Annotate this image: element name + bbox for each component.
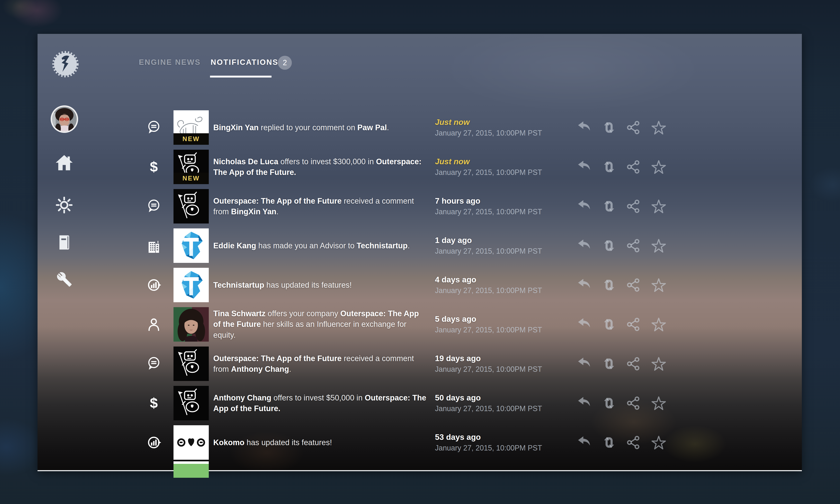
new-badge: NEW <box>174 173 209 184</box>
reply-button reply-icon[interactable] <box>577 356 592 371</box>
share-button share-icon[interactable] <box>626 120 642 135</box>
notification-actions <box>577 199 666 214</box>
notification-text: BingXin Yan replied to your comment on P… <box>213 122 428 133</box>
notification-avatar[interactable] <box>174 386 209 420</box>
notification-type-icon <box>144 120 164 135</box>
notification-actions <box>577 238 666 253</box>
app-logo gear-lightning-icon <box>51 50 80 79</box>
repost-button repost-icon[interactable] <box>602 199 617 214</box>
notification-text: Kokomo has updated its features! <box>213 437 428 448</box>
favorite-button star-icon[interactable] <box>651 396 666 411</box>
notification-type-icon <box>144 396 164 411</box>
notification-row: Outerspace: The App of the Future receiv… <box>144 344 798 383</box>
notification-time: 5 days ago January 27, 2015, 10:00PM PST <box>435 314 542 334</box>
reply-button reply-icon[interactable] <box>577 317 592 332</box>
full-date: January 27, 2015, 10:00PM PST <box>435 168 542 177</box>
repost-button repost-icon[interactable] <box>602 120 617 135</box>
tab-engine-news[interactable]: ENGINE NEWS <box>139 58 201 67</box>
reply-button reply-icon[interactable] <box>577 435 592 450</box>
notification-row: Technistartup has updated its features! … <box>144 265 798 305</box>
sidebar-item-notebook book-icon[interactable] <box>56 234 73 251</box>
repost-button repost-icon[interactable] <box>602 396 617 411</box>
notification-actions <box>577 435 666 450</box>
reply-button reply-icon[interactable] <box>577 396 592 411</box>
share-button share-icon[interactable] <box>626 159 642 175</box>
notification-time: 4 days ago January 27, 2015, 10:00PM PST <box>435 275 542 295</box>
next-notification-partial-logo <box>174 464 209 478</box>
notification-type-icon <box>144 238 164 253</box>
notification-avatar[interactable] <box>174 189 209 223</box>
repost-button repost-icon[interactable] <box>602 277 617 293</box>
favorite-button star-icon[interactable] <box>651 238 666 253</box>
notification-avatar[interactable]: NEW <box>174 110 209 145</box>
favorite-button star-icon[interactable] <box>651 317 666 332</box>
share-button share-icon[interactable] <box>626 396 642 411</box>
favorite-button star-icon[interactable] <box>651 199 666 214</box>
new-badge-label: NEW <box>182 175 200 182</box>
notification-time: 50 days ago January 27, 2015, 10:00PM PS… <box>435 393 542 413</box>
notification-row: Kokomo has updated its features! 53 days… <box>144 423 798 462</box>
notification-avatar[interactable] <box>174 268 209 302</box>
notification-row: Anthony Chang offers to invest $50,000 i… <box>144 383 798 423</box>
full-date: January 27, 2015, 10:00PM PST <box>435 286 542 295</box>
full-date: January 27, 2015, 10:00PM PST <box>435 326 542 334</box>
share-button share-icon[interactable] <box>626 199 642 214</box>
notification-avatar[interactable] <box>174 307 209 342</box>
repost-button repost-icon[interactable] <box>602 356 617 371</box>
repost-button repost-icon[interactable] <box>602 159 617 175</box>
reply-button reply-icon[interactable] <box>577 238 592 253</box>
repost-button repost-icon[interactable] <box>602 435 617 450</box>
notification-list: NEW BingXin Yan replied to your comment … <box>144 108 798 462</box>
notification-text: Outerspace: The App of the Future receiv… <box>213 196 428 217</box>
notification-avatar[interactable] <box>174 425 209 460</box>
repost-button repost-icon[interactable] <box>602 238 617 253</box>
active-tab-underline <box>210 76 271 77</box>
share-button share-icon[interactable] <box>626 356 642 371</box>
notification-avatar[interactable] <box>174 229 209 263</box>
relative-time: 7 hours ago <box>435 196 542 205</box>
share-button share-icon[interactable] <box>626 435 642 450</box>
favorite-button star-icon[interactable] <box>651 120 666 135</box>
notification-time: 53 days ago January 27, 2015, 10:00PM PS… <box>435 433 542 452</box>
notification-text: Tina Schwartz offers your company Outers… <box>213 308 428 340</box>
notification-time: 19 days ago January 27, 2015, 10:00PM PS… <box>435 354 542 374</box>
favorite-button star-icon[interactable] <box>651 435 666 450</box>
notification-actions <box>577 120 666 135</box>
notification-type-icon <box>144 277 164 293</box>
full-date: January 27, 2015, 10:00PM PST <box>435 129 542 138</box>
notification-row: Tina Schwartz offers your company Outers… <box>144 305 798 344</box>
share-button share-icon[interactable] <box>626 238 642 253</box>
share-button share-icon[interactable] <box>626 317 642 332</box>
notification-text: Nicholas De Luca offers to invest $300,0… <box>213 156 428 178</box>
favorite-button star-icon[interactable] <box>651 356 666 371</box>
sidebar-item-tools wrench-screwdriver-icon[interactable] <box>55 270 73 289</box>
notification-time: 7 hours ago January 27, 2015, 10:00PM PS… <box>435 196 542 216</box>
next-notification-partial-avatar <box>174 461 209 474</box>
sidebar-item-brightness sun-icon[interactable] <box>55 195 74 215</box>
tab-notifications[interactable]: NOTIFICATIONS <box>211 58 279 67</box>
favorite-button star-icon[interactable] <box>651 277 666 293</box>
reply-button reply-icon[interactable] <box>577 120 592 135</box>
repost-button repost-icon[interactable] <box>602 317 617 332</box>
share-button share-icon[interactable] <box>626 277 642 293</box>
notification-avatar[interactable] <box>174 346 209 381</box>
notification-row: NEW Nicholas De Luca offers to invest $3… <box>144 147 798 186</box>
sidebar-user-avatar[interactable] <box>51 105 78 133</box>
relative-time: 50 days ago <box>435 393 542 402</box>
reply-button reply-icon[interactable] <box>577 159 592 175</box>
relative-time: Just now <box>435 118 542 127</box>
reply-button reply-icon[interactable] <box>577 199 592 214</box>
notification-time: 1 day ago January 27, 2015, 10:00PM PST <box>435 236 542 255</box>
full-date: January 27, 2015, 10:00PM PST <box>435 365 542 374</box>
notification-text: Eddie Kang has made you an Advisor to Te… <box>213 240 428 251</box>
notification-avatar[interactable]: NEW <box>174 150 209 184</box>
relative-time: 53 days ago <box>435 433 542 442</box>
full-date: January 27, 2015, 10:00PM PST <box>435 247 542 255</box>
sidebar-item-home home-icon[interactable] <box>55 154 73 172</box>
notification-time: Just now January 27, 2015, 10:00PM PST <box>435 118 542 138</box>
notification-actions <box>577 396 666 411</box>
reply-button reply-icon[interactable] <box>577 277 592 293</box>
notification-text: Anthony Chang offers to invest $50,000 i… <box>213 393 428 414</box>
favorite-button star-icon[interactable] <box>651 159 666 175</box>
notification-text: Outerspace: The App of the Future receiv… <box>213 353 428 375</box>
